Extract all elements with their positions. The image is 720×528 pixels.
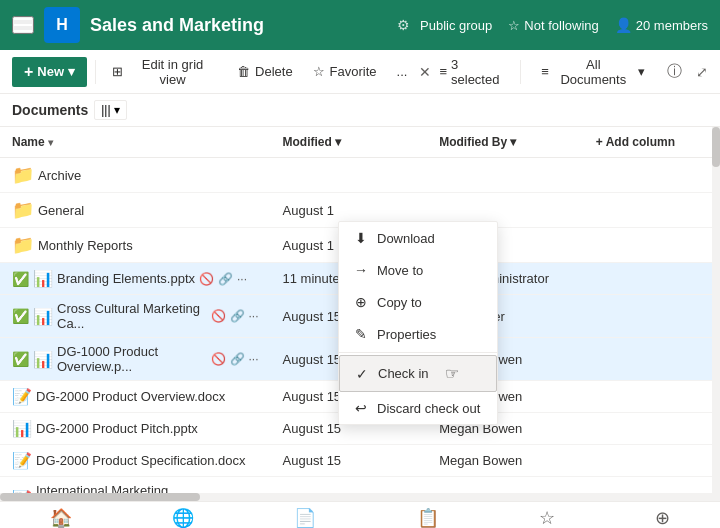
close-selection-button[interactable]: ✕ — [419, 64, 431, 80]
expand-button[interactable]: ⤢ — [696, 64, 708, 80]
favorite-button[interactable]: ☆ Favorite — [305, 59, 385, 84]
name-column-header[interactable]: Name ▾ — [0, 127, 271, 158]
delete-row-icon[interactable]: 🚫 — [199, 272, 214, 286]
separator2 — [520, 60, 521, 84]
horizontal-scrollbar[interactable] — [0, 493, 720, 501]
context-menu-item-download[interactable]: ⬇ Download — [339, 222, 497, 254]
menu-item-label: Copy to — [377, 295, 422, 310]
context-menu-item-move-to[interactable]: → Move to — [339, 254, 497, 286]
copy-link-icon[interactable]: 🔗 — [230, 309, 245, 323]
menu-item-label: Move to — [377, 263, 423, 278]
edit-grid-button[interactable]: ⊞ Edit in grid view — [104, 52, 225, 92]
add-col-cell — [584, 445, 712, 477]
add-col-cell — [584, 228, 712, 263]
site-title: Sales and Marketing — [90, 15, 383, 36]
view-icon: ||| — [101, 103, 110, 117]
list-icon: ≡ — [439, 64, 447, 79]
members-icon: 👤 — [615, 17, 632, 33]
modified-filter: ▾ — [335, 135, 341, 149]
toolbar-right: ✕ ≡ 3 selected ≡ All Documents ▾ ⓘ ⤢ — [419, 52, 708, 92]
menu-item-icon: ⬇ — [353, 230, 369, 246]
header-right: Public group ☆ Not following 👤 20 member… — [420, 17, 708, 33]
breadcrumb: Documents ||| ▾ — [0, 94, 720, 127]
add-col-cell — [584, 295, 712, 338]
menu-divider — [339, 352, 497, 353]
delete-button[interactable]: 🗑 Delete — [229, 59, 301, 84]
more-row-icon[interactable]: ··· — [237, 272, 247, 286]
file-name-text[interactable]: DG-1000 Product Overview.p... — [57, 344, 207, 374]
more-row-icon[interactable]: ··· — [249, 309, 259, 323]
file-name-text[interactable]: DG-2000 Product Overview.docx — [36, 389, 225, 404]
file-name-text[interactable]: Cross Cultural Marketing Ca... — [57, 301, 207, 331]
toolbar: + New ▾ ⊞ Edit in grid view 🗑 Delete ☆ F… — [0, 50, 720, 94]
copy-link-icon[interactable]: 🔗 — [218, 272, 233, 286]
modified-by-column-header[interactable]: Modified By ▾ — [427, 127, 584, 158]
star-nav-item[interactable]: ☆ — [531, 503, 563, 529]
doc-nav-item[interactable]: 📄 — [286, 503, 324, 529]
menu-item-icon: ⊕ — [353, 294, 369, 310]
file-name-text[interactable]: Monthly Reports — [38, 238, 133, 253]
pptx-icon: 📊 — [33, 350, 53, 369]
members-btn[interactable]: 👤 20 members — [615, 17, 708, 33]
context-menu-item-copy-to[interactable]: ⊕ Copy to — [339, 286, 497, 318]
filter-icon: ≡ — [541, 64, 549, 79]
file-name-text[interactable]: Archive — [38, 168, 81, 183]
file-name-text[interactable]: Branding Elements.pptx — [57, 271, 195, 286]
not-following-btn[interactable]: ☆ Not following — [508, 18, 598, 33]
table-row[interactable]: 📝 DG-2000 Product Specification.docx Aug… — [0, 445, 712, 477]
copy-link-icon[interactable]: 🔗 — [230, 352, 245, 366]
new-button[interactable]: + New ▾ — [12, 57, 87, 87]
all-docs-button[interactable]: ≡ All Documents ▾ — [533, 52, 652, 92]
name-cell: 📝 International Marketing Campaigns.docx — [0, 477, 271, 494]
modified-cell: August 15 — [271, 445, 428, 477]
scrollbar-thumb[interactable] — [712, 127, 720, 167]
more-button[interactable]: ... — [389, 59, 416, 84]
modified-column-header[interactable]: Modified ▾ — [271, 127, 428, 158]
file-name-text[interactable]: International Marketing Campaigns.docx — [36, 483, 259, 493]
name-cell: 📝 DG-2000 Product Specification.docx — [0, 445, 271, 477]
context-menu-item-properties[interactable]: ✎ Properties — [339, 318, 497, 350]
plus-nav-item[interactable]: ⊕ — [647, 503, 678, 529]
name-cell: 📁 Monthly Reports — [0, 228, 271, 263]
file-name-text[interactable]: General — [38, 203, 84, 218]
modified-cell — [271, 158, 428, 193]
view-switch-button[interactable]: ||| ▾ — [94, 100, 126, 120]
separator — [95, 60, 96, 84]
vertical-scrollbar[interactable] — [712, 127, 720, 493]
home-nav-item[interactable]: 🏠 — [42, 503, 80, 529]
plus-icon: + — [596, 135, 603, 149]
add-col-cell — [584, 158, 712, 193]
more-row-icon[interactable]: ··· — [249, 352, 259, 366]
add-column-header[interactable]: + Add column — [584, 127, 712, 158]
pptx-icon: 📊 — [12, 419, 32, 438]
info-button[interactable]: ⓘ — [661, 58, 688, 86]
table-row[interactable]: 📝 International Marketing Campaigns.docx… — [0, 477, 712, 494]
pptx-icon: 📊 — [33, 269, 53, 288]
cursor-icon: ☞ — [445, 364, 459, 383]
chevron-icon: ▾ — [510, 135, 516, 149]
context-menu-item-discard-check-out[interactable]: ↩ Discard check out — [339, 392, 497, 424]
folder-icon: 📁 — [12, 234, 34, 256]
checkin-icon: ✓ — [354, 366, 370, 382]
menu-item-icon: → — [353, 262, 369, 278]
content-wrapper: Name ▾ Modified ▾ Modified By ▾ — [0, 127, 720, 493]
context-menu-item-checkin[interactable]: ✓ Check in ☞ — [339, 355, 497, 392]
file-name-text[interactable]: DG-2000 Product Pitch.pptx — [36, 421, 198, 436]
context-menu: ⬇ Download → Move to ⊕ Copy to ✎ Propert… — [338, 221, 498, 425]
settings-icon[interactable]: ⚙ — [397, 17, 410, 33]
name-cell: ✅ 📊 Cross Cultural Marketing Ca... 🚫 🔗 ·… — [0, 295, 271, 338]
top-header: H Sales and Marketing ⚙ Public group ☆ N… — [0, 0, 720, 50]
globe-nav-item[interactable]: 🌐 — [164, 503, 202, 529]
folder-icon: 📁 — [12, 164, 34, 186]
list-nav-item[interactable]: 📋 — [409, 503, 447, 529]
public-group-label: Public group — [420, 18, 492, 33]
h-scrollbar-thumb[interactable] — [0, 493, 200, 501]
modified-cell: August 15 — [271, 477, 428, 494]
delete-row-icon[interactable]: 🚫 — [211, 352, 226, 366]
chevron-down-icon: ▾ — [68, 64, 75, 79]
plus-icon: + — [24, 63, 33, 81]
table-row[interactable]: 📁 Archive — [0, 158, 712, 193]
hamburger-menu[interactable] — [12, 16, 34, 34]
file-name-text[interactable]: DG-2000 Product Specification.docx — [36, 453, 246, 468]
delete-row-icon[interactable]: 🚫 — [211, 309, 226, 323]
